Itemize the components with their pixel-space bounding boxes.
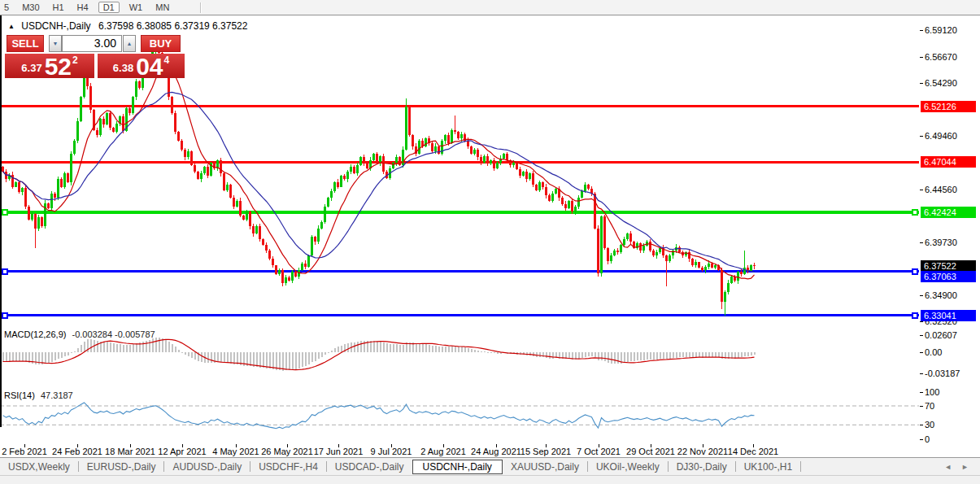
macd-tick [920, 373, 923, 374]
macd-values: -0.003284 -0.005787 [72, 329, 155, 339]
price-tick-label: 6.56670 [925, 52, 957, 63]
tab-AUDUSD-,Daily[interactable]: AUDUSD-,Daily [164, 461, 250, 473]
macd-tick-label: -0.03187 [925, 368, 960, 379]
bid-price-box[interactable]: 6.37 52 2 [5, 54, 94, 78]
date-label: 2 Feb 2021 [0, 447, 54, 456]
timeframe-H1[interactable]: H1 [50, 2, 68, 13]
date-label: 18 Mar 2021 [101, 447, 159, 456]
ask-big-digits: 04 [136, 56, 163, 76]
price-tick-label: 6.54290 [925, 78, 957, 89]
hline-price-label: 6.42424 [921, 207, 976, 218]
tab-DJ30-,Daily[interactable]: DJ30-,Daily [669, 461, 735, 473]
bid-big-digits: 52 [45, 56, 72, 76]
date-label: 15 Sep 2021 [516, 447, 575, 456]
tab-USDCAD-,Daily[interactable]: USDCAD-,Daily [327, 461, 412, 473]
bid-pip-digit: 2 [72, 55, 78, 66]
macd-label: MACD(12,26,9) -0.003284 -0.005787 [4, 329, 155, 339]
date-label: 24 Feb 2021 [48, 447, 107, 456]
hline-price-label: 6.37063 [921, 271, 976, 282]
hline-price-label: 6.33041 [921, 310, 976, 321]
ask-prefix: 6.38 [113, 62, 133, 74]
ask-price-box[interactable]: 6.38 04 4 [98, 54, 185, 78]
toolbar-separator [200, 2, 202, 13]
mt4-terminal: { "toolbar": {"items": [ {"label": "5", … [0, 0, 980, 484]
date-label: 7 Oct 2021 [569, 447, 628, 456]
price-tick [920, 242, 923, 243]
hline-handle-left[interactable] [2, 312, 8, 319]
bid-prefix: 6.37 [21, 62, 41, 74]
date-label: 29 Oct 2021 [621, 447, 680, 456]
tab-scroll-right-icon[interactable]: ► [961, 463, 969, 471]
rsi-tick-label: 100 [925, 387, 939, 398]
ask-pip-digit: 4 [164, 55, 170, 66]
hline-price-label: 6.52126 [921, 101, 976, 112]
price-tick [920, 83, 923, 84]
tab-separator [800, 461, 801, 472]
date-label: 2 Aug 2021 [414, 447, 473, 456]
tab-USDX,Weekly[interactable]: USDX,Weekly [0, 461, 78, 473]
rsi-tick-label: 70 [925, 401, 934, 412]
macd-tick [920, 352, 923, 353]
rsi-pane[interactable] [0, 389, 919, 443]
tab-XAUUSD-,Daily[interactable]: XAUUSD-,Daily [503, 461, 587, 473]
price-tick [920, 57, 923, 58]
price-axis-border[interactable] [0, 0, 2, 427]
collapse-icon[interactable]: ▲ [8, 23, 15, 30]
hline-handle-right[interactable] [912, 268, 918, 275]
timeframe-H4[interactable]: H4 [74, 2, 92, 13]
rsi-tick [920, 439, 923, 440]
ohlc-values: 6.37598 6.38085 6.37319 6.37522 [98, 20, 248, 32]
chart-title: ▲ USDCNH-,Daily 6.37598 6.38085 6.37319 … [8, 20, 247, 32]
rsi-tick [920, 425, 923, 425]
rsi-tick [920, 406, 923, 407]
timeframe-M30[interactable]: M30 [19, 2, 42, 13]
price-tick [920, 30, 923, 31]
chart-tabbar: USDX,WeeklyEURUSD-,DailyAUDUSD-,DailyUSD… [0, 457, 980, 475]
macd-name: MACD(12,26,9) [4, 329, 66, 339]
price-tick-label: 6.59120 [925, 25, 957, 36]
timeframe-MN[interactable]: MN [152, 2, 172, 13]
hline-handle-left[interactable] [2, 209, 8, 216]
rsi-tick [920, 392, 923, 393]
tab-UK100-,H1[interactable]: UK100-,H1 [736, 461, 800, 473]
hline-price-label: 6.47044 [921, 156, 976, 168]
macd-tick-label: 0.02607 [925, 330, 957, 341]
tab-EURUSD-,Daily[interactable]: EURUSD-,Daily [79, 461, 164, 473]
date-label: 4 May 2021 [207, 447, 265, 456]
date-label: 26 May 2021 [258, 447, 316, 456]
timeframe-5[interactable]: 5 [1, 2, 12, 13]
price-tick-label: 6.34900 [925, 290, 957, 301]
tab-UKOil-,Weekly[interactable]: UKOil-,Weekly [588, 461, 668, 473]
date-label: 9 Jul 2021 [362, 447, 420, 456]
buy-button[interactable]: BUY [141, 35, 181, 52]
volume-increase-button[interactable]: ▲ [123, 35, 136, 52]
price-tick [920, 295, 923, 296]
sell-button[interactable]: SELL [7, 35, 44, 52]
rsi-label: RSI(14) 47.3187 [4, 390, 73, 400]
tab-scroll-left-icon[interactable]: ◄ [944, 463, 952, 471]
tab-USDCHF-,H4[interactable]: USDCHF-,H4 [250, 461, 326, 473]
macd-tick-label: 0.00 [925, 347, 942, 358]
rsi-tick-label: 0 [925, 434, 930, 445]
hline-handle-left[interactable] [2, 268, 8, 275]
timeframe-toolbar: 5M30H1H4D1W1MN [0, 0, 980, 15]
rsi-name: RSI(14) [4, 390, 35, 400]
date-label: 12 Apr 2021 [153, 447, 211, 456]
timeframe-D1[interactable]: D1 [98, 2, 120, 13]
hline-handle-right[interactable] [912, 312, 918, 319]
price-tick [920, 136, 923, 137]
date-label: 14 Dec 2021 [724, 447, 782, 456]
status-bar [0, 475, 980, 484]
volume-input[interactable]: 3.00 [62, 35, 122, 52]
price-tick-label: 6.39730 [925, 238, 957, 248]
timeframe-W1[interactable]: W1 [126, 2, 146, 13]
volume-decrease-button[interactable]: ▼ [49, 35, 62, 52]
price-tick [920, 190, 923, 190]
macd-tick [920, 335, 923, 336]
rsi-tick-label: 30 [925, 420, 934, 430]
price-tick-label: 6.44560 [925, 185, 957, 195]
price-tick-label: 6.49460 [925, 131, 957, 142]
tab-USDCNH-,Daily[interactable]: USDCNH-,Daily [412, 460, 503, 474]
date-label: 17 Jun 2021 [309, 447, 368, 456]
hline-handle-right[interactable] [912, 209, 918, 216]
